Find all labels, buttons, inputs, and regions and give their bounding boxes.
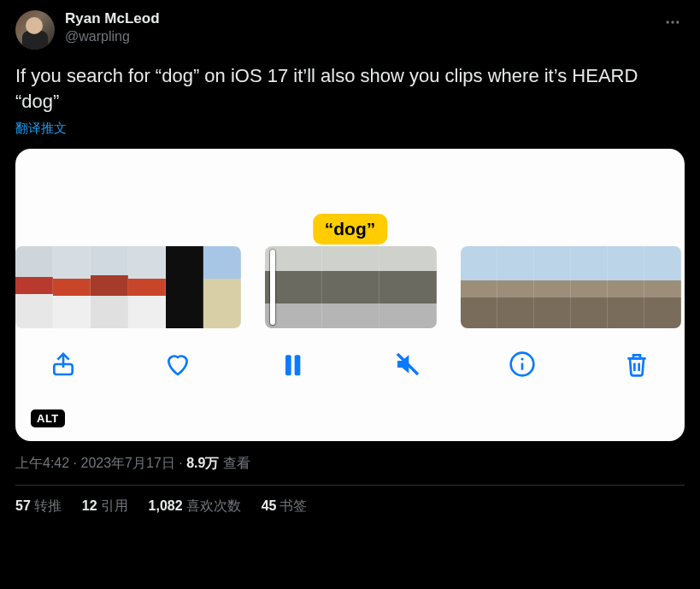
clip-frame (497, 246, 534, 328)
clip-gap (241, 246, 265, 328)
svg-rect-4 (285, 356, 291, 376)
stats-row: 57转推 12引用 1,082喜欢次数 45书签 (15, 486, 685, 515)
meta-row: 上午4:42 · 2023年7月17日 · 8.9万 查看 (15, 455, 685, 473)
playhead[interactable] (270, 250, 275, 325)
svg-point-2 (676, 21, 679, 23)
clip-frame (203, 246, 241, 328)
search-term-badge: “dog” (313, 214, 387, 244)
trash-icon (623, 350, 650, 378)
svg-point-9 (521, 358, 523, 361)
post-time[interactable]: 上午4:42 (15, 456, 69, 470)
like-button[interactable] (164, 350, 191, 378)
clip-gap (437, 246, 461, 328)
svg-point-0 (667, 21, 669, 23)
tweet-header: Ryan McLeod @warpling (15, 10, 685, 50)
clip-frame (53, 246, 91, 328)
clip-frame (166, 246, 203, 328)
author-block[interactable]: Ryan McLeod @warpling (65, 10, 661, 44)
likes-stat[interactable]: 1,082喜欢次数 (149, 498, 241, 515)
media-card[interactable]: “dog” (15, 149, 685, 441)
media-toolbar (15, 328, 685, 378)
clip-group[interactable] (461, 246, 681, 328)
views-count: 8.9万 (186, 456, 219, 470)
share-icon (50, 350, 77, 378)
clip-group[interactable] (15, 246, 241, 328)
share-button[interactable] (50, 350, 77, 378)
tweet-text: If you search for “dog” on iOS 17 it’ll … (15, 63, 685, 114)
svg-rect-5 (295, 356, 301, 376)
clip-frame (128, 246, 166, 328)
svg-point-1 (671, 21, 674, 23)
pause-button[interactable] (279, 350, 306, 378)
pause-icon (279, 350, 306, 378)
clip-frame (461, 246, 497, 328)
info-button[interactable] (509, 350, 536, 378)
more-button[interactable] (661, 10, 685, 38)
clip-frame (322, 246, 379, 328)
clip-frame (379, 246, 437, 328)
retweets-stat[interactable]: 57转推 (15, 498, 62, 515)
views-label: 查看 (219, 456, 250, 470)
clip-frame (608, 246, 644, 328)
clip-group[interactable] (265, 246, 437, 328)
heart-icon (164, 350, 191, 378)
bookmarks-stat[interactable]: 45书签 (262, 498, 308, 515)
handle: @warpling (65, 29, 661, 44)
avatar[interactable] (15, 10, 55, 50)
alt-badge[interactable]: ALT (31, 409, 65, 427)
info-icon (509, 350, 536, 378)
clip-frame (15, 246, 53, 328)
clip-frame (91, 246, 128, 328)
clip-timeline[interactable] (15, 246, 685, 328)
clip-frame (644, 246, 681, 328)
delete-button[interactable] (623, 350, 650, 378)
mute-icon (394, 350, 421, 378)
more-icon (664, 14, 681, 31)
post-date[interactable]: 2023年7月17日 (80, 456, 174, 470)
quotes-stat[interactable]: 12引用 (82, 498, 128, 515)
display-name: Ryan McLeod (65, 10, 661, 27)
clip-frame (571, 246, 608, 328)
tweet-container: Ryan McLeod @warpling If you search for … (0, 0, 700, 515)
translate-link[interactable]: 翻译推文 (15, 121, 685, 137)
mute-button[interactable] (394, 350, 421, 378)
clip-frame (534, 246, 571, 328)
